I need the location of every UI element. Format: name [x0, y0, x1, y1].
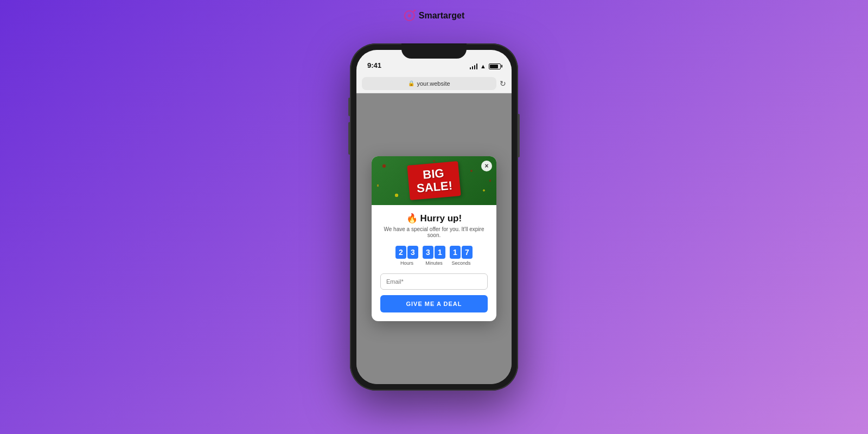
- minutes-label: Minutes: [425, 260, 443, 266]
- battery-icon: [489, 63, 501, 69]
- popup-title: 🔥 Hurry up!: [380, 213, 488, 224]
- status-icons: ▲: [470, 63, 501, 69]
- hours-digits: 2 3: [395, 246, 418, 259]
- popup-modal: BIG SALE! × 🔥 Hurry up! We have a specia…: [372, 156, 496, 321]
- popup-subtitle: We have a special offer for you. It'll e…: [380, 226, 488, 238]
- phone-screen: 9:41 ▲ 🔒 your.website ↻: [356, 50, 512, 384]
- hours-digit-1: 2: [395, 246, 406, 259]
- seconds-unit: 1 7 Seconds: [450, 246, 473, 266]
- phone-notch: [401, 43, 467, 59]
- phone-frame: 9:41 ▲ 🔒 your.website ↻: [350, 43, 518, 391]
- seconds-digit-2: 7: [462, 246, 473, 259]
- url-bar: 🔒 your.website: [362, 77, 496, 90]
- minutes-unit: 3 1 Minutes: [423, 246, 445, 266]
- refresh-button[interactable]: ↻: [500, 79, 506, 88]
- countdown-timer: 2 3 Hours 3 1 Minutes: [380, 246, 488, 266]
- popup-body: 🔥 Hurry up! We have a special offer for …: [372, 205, 496, 321]
- minutes-digit-2: 1: [435, 246, 445, 259]
- wifi-icon: ▲: [480, 63, 486, 69]
- seconds-label: Seconds: [451, 260, 470, 266]
- phone-side-button-mute: [348, 98, 350, 116]
- svg-point-1: [408, 14, 411, 17]
- cta-button[interactable]: GIVE ME A DEAL: [380, 295, 488, 312]
- sale-banner: BIG SALE!: [372, 156, 496, 205]
- signal-icon: [470, 63, 478, 69]
- minutes-digits: 3 1: [423, 246, 445, 259]
- close-button[interactable]: ×: [481, 161, 492, 171]
- phone-side-button-power: [518, 114, 520, 157]
- sale-tag: BIG SALE!: [407, 161, 461, 200]
- lock-icon: 🔒: [408, 80, 414, 86]
- status-time: 9:41: [367, 61, 381, 69]
- url-text: your.website: [417, 80, 450, 87]
- page-content: BIG SALE! × 🔥 Hurry up! We have a specia…: [356, 93, 512, 384]
- phone-side-button-volume: [348, 122, 350, 155]
- seconds-digit-1: 1: [450, 246, 461, 259]
- brand-bar: Smartarget: [404, 10, 464, 22]
- brand-name: Smartarget: [419, 11, 464, 21]
- brand-logo-icon: [404, 10, 416, 22]
- sale-line2: SALE!: [416, 179, 453, 195]
- minutes-digit-1: 3: [423, 246, 433, 259]
- email-input[interactable]: [380, 273, 488, 290]
- browser-bar: 🔒 your.website ↻: [356, 74, 512, 93]
- hours-label: Hours: [400, 260, 413, 266]
- hours-unit: 2 3 Hours: [395, 246, 418, 266]
- seconds-digits: 1 7: [450, 246, 473, 259]
- hours-digit-2: 3: [407, 246, 418, 259]
